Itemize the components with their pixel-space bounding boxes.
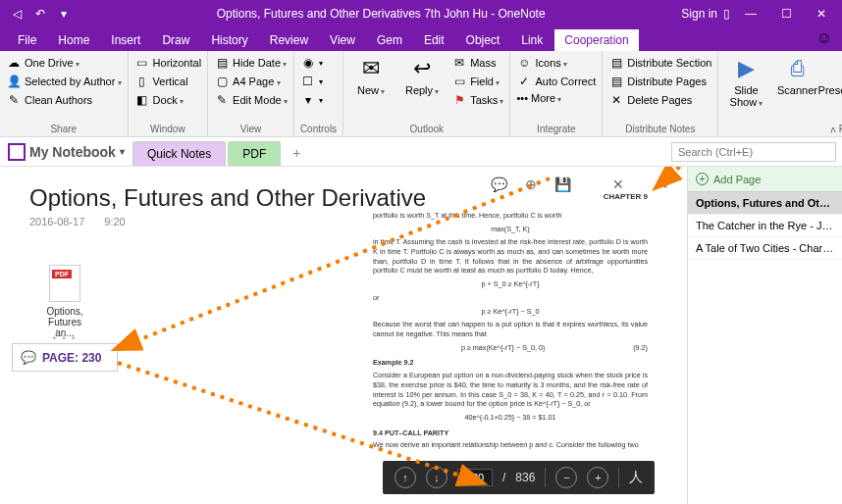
tab-view[interactable]: View: [320, 29, 365, 51]
tab-gem[interactable]: Gem: [367, 29, 412, 51]
brush-icon: ✎: [6, 92, 22, 108]
distribute-section-button[interactable]: ▤Distribute Section: [608, 55, 711, 71]
group-label: Window: [134, 122, 202, 134]
mass-button[interactable]: ✉Mass: [451, 55, 503, 71]
expand-icon[interactable]: ⤢: [662, 176, 673, 191]
section-tab-quick-notes[interactable]: Quick Notes: [132, 141, 226, 166]
tab-insert[interactable]: Insert: [101, 29, 150, 51]
tab-draw[interactable]: Draw: [152, 29, 199, 51]
maximize-button[interactable]: ☐: [771, 7, 801, 21]
pdf-add-icon[interactable]: ⊕: [525, 176, 537, 192]
sign-in-link[interactable]: Sign in: [681, 7, 717, 21]
group-label: Integrate: [516, 122, 596, 134]
pdf-save-icon[interactable]: 💾: [554, 176, 571, 192]
undo-icon[interactable]: ↶: [31, 7, 49, 21]
autocorrect-button[interactable]: ✓Auto Correct: [516, 74, 596, 89]
tab-file[interactable]: File: [8, 29, 46, 51]
checkbox-icon: ☐: [300, 74, 316, 89]
a4-page-button[interactable]: ▢A4 Page: [214, 74, 288, 89]
pdf-attachment[interactable]: Options, Futures an...: [37, 265, 92, 338]
selected-by-author-button[interactable]: 👤Selected by Author: [6, 74, 122, 89]
pdf-down-button[interactable]: ↓: [426, 467, 447, 488]
page-list-item[interactable]: Options, Futures and Other Deriva: [688, 192, 842, 215]
page-icon: ▢: [214, 74, 230, 89]
control3-button[interactable]: ▾▾: [300, 92, 323, 108]
hide-date-button[interactable]: ▤Hide Date: [214, 55, 288, 71]
pdf-toolbar: 💬 ⊕ 💾 ✕: [491, 176, 624, 192]
search-input[interactable]: [671, 142, 836, 162]
ribbon-group-integrate: ☺Icons ✓Auto Correct ••• More Integrate: [510, 51, 603, 136]
vertical-button[interactable]: ▯Vertical: [134, 74, 202, 89]
page-date: 2016-08-17: [29, 216, 84, 227]
tab-object[interactable]: Object: [456, 29, 510, 51]
control1-button[interactable]: ◉▾: [300, 55, 323, 71]
title-bar: ◁ ↶ ▾ Options, Futures and Other Derivat…: [0, 0, 842, 27]
page-canvas[interactable]: Options, Futures and Other Derivative 20…: [0, 167, 687, 504]
pages-icon: ▤: [608, 74, 624, 89]
tab-history[interactable]: History: [201, 29, 257, 51]
collapse-ribbon-icon[interactable]: ʌ: [830, 124, 836, 134]
window-title: Options, Futures and Other Derivatives 7…: [80, 7, 681, 21]
delete-pages-button[interactable]: ✕Delete Pages: [608, 92, 711, 108]
pdf-page-input[interactable]: [457, 469, 493, 486]
ribbon-group-outlook: ✉New ↩Reply ✉Mass ▭Field ⚑Tasks Outlook: [343, 51, 510, 136]
ribbon: ☁One Drive 👤Selected by Author ✎Clean Au…: [0, 51, 842, 137]
edit-mode-button[interactable]: ✎Edit Mode: [214, 92, 288, 108]
distribute-pages-button[interactable]: ▤Distribute Pages: [608, 74, 711, 89]
horizontal-icon: ▭: [134, 55, 150, 71]
search-box[interactable]: [671, 142, 836, 162]
tab-link[interactable]: Link: [511, 29, 553, 51]
nav-left-icon[interactable]: ◁: [8, 7, 26, 21]
tasks-button[interactable]: ⚑Tasks: [451, 92, 503, 108]
pdf-page-total: 836: [515, 471, 535, 484]
tab-edit[interactable]: Edit: [414, 29, 454, 51]
page-list-item[interactable]: A Tale of Two Cities - Charles Dic: [688, 237, 842, 260]
tab-review[interactable]: Review: [260, 29, 318, 51]
pdf-up-button[interactable]: ↑: [395, 467, 416, 488]
tab-home[interactable]: Home: [48, 29, 99, 51]
more-button[interactable]: ••• More: [516, 92, 596, 104]
new-mail-button[interactable]: ✉New: [349, 55, 393, 122]
pdf-zoom-out-button[interactable]: −: [555, 467, 577, 488]
cloud-icon: ☁: [6, 55, 22, 71]
reply-button[interactable]: ↩Reply: [400, 55, 444, 122]
add-section-button[interactable]: +: [283, 140, 310, 166]
dock-icon: ◧: [134, 92, 150, 108]
group-label: Outlook: [349, 122, 503, 134]
field-button[interactable]: ▭Field: [451, 74, 503, 89]
qa-caret-icon[interactable]: ▾: [55, 7, 73, 21]
notebook-selector[interactable]: My Notebook ▾: [0, 143, 132, 161]
dropdown-icon: ▾: [300, 92, 316, 108]
section-tab-pdf[interactable]: PDF: [228, 141, 281, 166]
icons-button[interactable]: ☺Icons: [516, 55, 596, 71]
clean-authors-button[interactable]: ✎Clean Authors: [6, 92, 122, 108]
smiley-icon[interactable]: ☺: [807, 25, 842, 51]
field-icon: ▭: [451, 74, 467, 89]
pdf-zoom-in-button[interactable]: +: [587, 467, 608, 488]
pdf-close-icon[interactable]: ✕: [612, 176, 624, 192]
add-page-button[interactable]: + Add Page: [688, 167, 842, 192]
page-number-note[interactable]: • • • 💬 PAGE: 230: [12, 333, 118, 372]
drag-handle-icon[interactable]: • • •: [12, 333, 118, 343]
pdf-comment-icon[interactable]: 💬: [491, 176, 507, 192]
section-icon: ▤: [608, 55, 624, 71]
page-list-item[interactable]: The Catcher in the Rye - J.D. Salin: [688, 215, 842, 237]
presentation-button[interactable]: PPresentation: [826, 55, 842, 122]
pdf-chapter: CHAPTER 9: [373, 192, 648, 203]
scanner-button[interactable]: ⎙Scanner: [775, 55, 818, 122]
onedrive-button[interactable]: ☁One Drive: [6, 55, 122, 71]
slideshow-icon: ▶: [732, 55, 760, 82]
ribbon-group-share: ☁One Drive 👤Selected by Author ✎Clean Au…: [0, 51, 129, 136]
horizontal-button[interactable]: ▭Horizontal: [134, 55, 202, 71]
account-icon[interactable]: ▯: [723, 7, 730, 21]
powerpoint-icon: P: [834, 55, 842, 82]
minimize-button[interactable]: —: [736, 7, 765, 21]
close-button[interactable]: ✕: [807, 7, 836, 21]
delete-icon: ✕: [608, 92, 624, 108]
pdf-page-view[interactable]: 230 CHAPTER 9 portfolio is worth S_T at …: [373, 192, 648, 467]
dock-button[interactable]: ◧Dock: [134, 92, 202, 108]
tab-cooperation[interactable]: Cooperation: [554, 29, 638, 51]
adobe-logo-icon[interactable]: 人: [629, 469, 643, 486]
slide-show-button[interactable]: ▶Slide Show: [724, 55, 767, 122]
control2-button[interactable]: ☐▾: [300, 74, 323, 89]
